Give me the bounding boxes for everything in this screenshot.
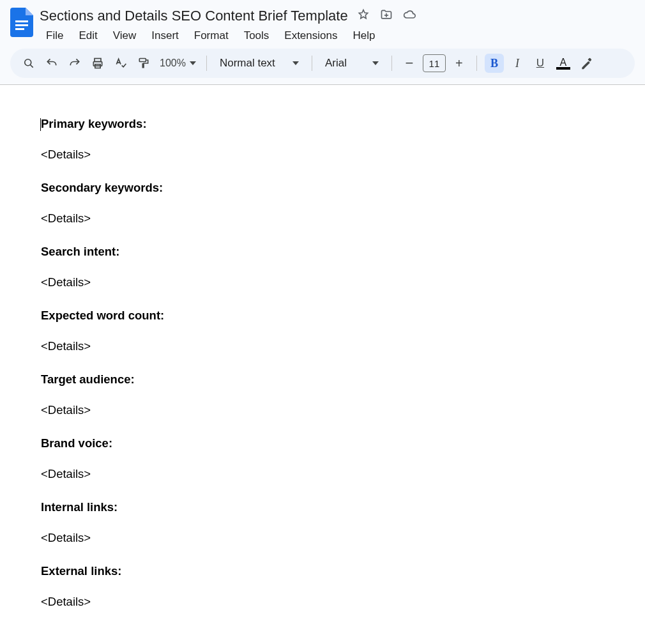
separator (476, 56, 477, 71)
section-body[interactable]: <Details> (41, 275, 604, 289)
menu-bar: File Edit View Insert Format Tools Exten… (40, 26, 635, 49)
chevron-down-icon (190, 61, 196, 65)
menu-edit[interactable]: Edit (72, 27, 103, 45)
menu-format[interactable]: Format (188, 27, 235, 45)
zoom-select[interactable]: 100% (157, 57, 199, 69)
search-icon[interactable] (19, 54, 38, 73)
svg-line-4 (31, 65, 33, 68)
cloud-status-icon[interactable] (403, 8, 416, 24)
svg-rect-1 (15, 24, 28, 26)
spellcheck-icon[interactable] (111, 54, 130, 73)
svg-rect-8 (139, 59, 146, 62)
section-block: Target audience: <Details> (41, 372, 604, 417)
italic-button[interactable]: I (508, 54, 527, 73)
bold-button[interactable]: B (485, 54, 504, 73)
toolbar: 100% Normal text Arial − 11 + B I U (10, 49, 635, 78)
text-color-button[interactable]: A (554, 54, 573, 73)
increase-font-size-button[interactable]: + (450, 54, 469, 73)
separator (391, 56, 392, 71)
section-block: Internal links: <Details> (41, 500, 604, 545)
menu-view[interactable]: View (107, 27, 143, 45)
document-canvas[interactable]: Primary keywords: <Details> Secondary ke… (0, 85, 645, 644)
section-block: Secondary keywords: <Details> (41, 181, 604, 226)
section-body[interactable]: <Details> (41, 467, 604, 481)
docs-logo[interactable] (10, 8, 33, 37)
star-icon[interactable] (357, 8, 370, 24)
menu-tools[interactable]: Tools (238, 27, 276, 45)
menu-insert[interactable]: Insert (145, 27, 185, 45)
document-page[interactable]: Primary keywords: <Details> Secondary ke… (0, 117, 645, 609)
section-heading[interactable]: Expected word count: (41, 309, 604, 323)
section-block: External links: <Details> (41, 564, 604, 609)
section-heading-text: Primary keywords: (41, 117, 147, 130)
section-body[interactable]: <Details> (41, 595, 604, 609)
section-body[interactable]: <Details> (41, 403, 604, 417)
undo-icon[interactable] (42, 54, 61, 73)
section-block: Search intent: <Details> (41, 245, 604, 289)
section-heading[interactable]: Secondary keywords: (41, 181, 604, 195)
section-body[interactable]: <Details> (41, 339, 604, 353)
move-folder-icon[interactable] (380, 8, 393, 24)
svg-point-3 (25, 59, 31, 66)
app-header: Sections and Details SEO Content Brief T… (0, 0, 645, 49)
highlight-color-button[interactable] (577, 54, 596, 73)
font-family-value: Arial (325, 57, 347, 70)
menu-help[interactable]: Help (346, 27, 381, 45)
section-heading[interactable]: Internal links: (41, 500, 604, 514)
decrease-font-size-button[interactable]: − (400, 54, 419, 73)
section-block: Expected word count: <Details> (41, 309, 604, 353)
paragraph-style-select[interactable]: Normal text (215, 57, 304, 70)
font-family-select[interactable]: Arial (320, 57, 384, 70)
separator (206, 56, 207, 71)
section-heading[interactable]: Search intent: (41, 245, 604, 259)
chevron-down-icon (292, 61, 299, 65)
zoom-value: 100% (160, 57, 186, 69)
font-size-input[interactable]: 11 (423, 54, 446, 72)
menu-file[interactable]: File (40, 27, 70, 45)
section-block: Brand voice: <Details> (41, 436, 604, 481)
svg-rect-2 (15, 28, 24, 30)
section-heading[interactable]: External links: (41, 564, 604, 578)
section-heading[interactable]: Primary keywords: (41, 117, 604, 131)
section-heading[interactable]: Brand voice: (41, 436, 604, 450)
text-cursor (40, 118, 41, 131)
paint-format-icon[interactable] (134, 54, 153, 73)
document-title[interactable]: Sections and Details SEO Content Brief T… (40, 6, 348, 26)
print-icon[interactable] (88, 54, 107, 73)
section-body[interactable]: <Details> (41, 531, 604, 545)
chevron-down-icon (372, 61, 379, 65)
section-heading[interactable]: Target audience: (41, 372, 604, 387)
section-body[interactable]: <Details> (41, 148, 604, 162)
section-block: Primary keywords: <Details> (41, 117, 604, 162)
svg-rect-0 (15, 20, 28, 22)
separator (312, 56, 312, 71)
section-body[interactable]: <Details> (41, 211, 604, 226)
redo-icon[interactable] (65, 54, 84, 73)
underline-button[interactable]: U (531, 54, 550, 73)
menu-extensions[interactable]: Extensions (278, 27, 344, 45)
paragraph-style-value: Normal text (220, 57, 275, 70)
